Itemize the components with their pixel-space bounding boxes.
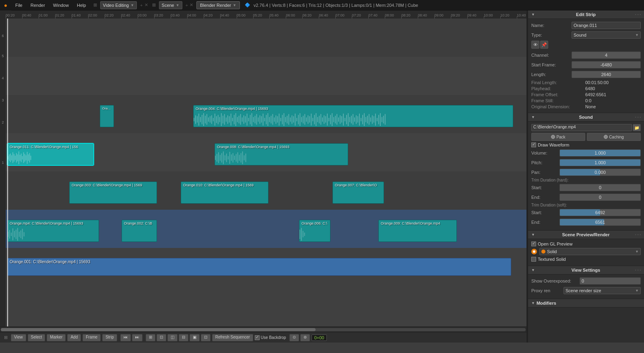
svg-rect-113 [343, 114, 344, 126]
add-btn[interactable]: Add [67, 334, 81, 341]
clip-orange-008[interactable]: Orange.008: C:\Blender\Orange.mp4 | 1569… [215, 143, 348, 165]
length-slider[interactable]: 2640 [572, 71, 641, 78]
original-dimension-label: Original Dimension: [531, 104, 584, 109]
volume-slider[interactable]: 1.000 [559, 149, 641, 157]
svg-rect-26 [203, 113, 204, 126]
view-btn-1[interactable]: ⊞ [146, 334, 155, 341]
trim-soft-end-row: End: 6561 [531, 218, 641, 226]
draw-waveform-checkbox[interactable] [531, 142, 536, 147]
svg-rect-143 [220, 155, 221, 161]
use-backdrop-check[interactable]: Use Backdrop [255, 335, 286, 340]
opengl-checkbox[interactable] [531, 242, 536, 246]
show-overexposed-slider[interactable]: 0 [580, 277, 641, 285]
render-selector[interactable]: Blender Render ▼ [196, 1, 240, 9]
menu-help[interactable]: Help [73, 0, 90, 10]
strip-btn[interactable]: Strip [102, 334, 117, 341]
view-btn-6[interactable]: ⊡ [201, 334, 211, 341]
solid-dot [541, 250, 545, 254]
clip-orange-002[interactable]: Orange.002: C:\B [122, 220, 157, 242]
start-frame-slider[interactable]: -6480 [572, 61, 641, 68]
clip-orange-007[interactable]: Orange.007: C:\Blender\O [332, 182, 384, 204]
use-backdrop-checkbox[interactable] [255, 335, 260, 340]
svg-rect-156 [241, 153, 242, 162]
frame-btn[interactable]: Frame [83, 334, 101, 341]
menu-render[interactable]: Render [27, 0, 49, 10]
h-scrollbar-thumb[interactable] [1, 328, 316, 331]
svg-rect-136 [380, 113, 381, 126]
pin-icon-btn[interactable]: 📌 [540, 41, 548, 49]
menu-window[interactable]: Window [49, 0, 73, 10]
clip-orange-009[interactable]: Orange.009: C:\Blender\Orange.mp4 [378, 220, 457, 242]
svg-rect-122 [357, 116, 358, 123]
proxy-selector[interactable]: Scene render size ▼ [564, 287, 641, 294]
clip-orange-001[interactable]: Orange.001: C:\Blender\Orange.mp4 | 1569… [7, 258, 511, 276]
menu-file[interactable]: File [11, 0, 27, 10]
refresh-sequencer-btn[interactable]: Refresh Sequencer [212, 334, 253, 341]
pack-btn[interactable]: Pack [531, 133, 585, 141]
trim-hard-end-slider[interactable]: 0 [559, 194, 641, 201]
pan-slider[interactable]: 0.000 [559, 169, 641, 176]
h-scrollbar[interactable] [0, 326, 526, 332]
marker-btn[interactable]: Marker [47, 334, 66, 341]
svg-rect-39 [224, 114, 225, 124]
svg-rect-96 [316, 113, 316, 126]
textured-solid-checkbox[interactable] [531, 257, 536, 262]
caching-btn[interactable]: Caching [587, 133, 641, 141]
sound-header[interactable]: Sound · · · [528, 113, 644, 122]
channel-slider[interactable]: 4 [572, 52, 641, 59]
clip-orange-003[interactable]: Orange.003: C:\Blender\Orange.mp4 | 1569 [69, 182, 157, 204]
view-btn-4[interactable]: ⊟ [179, 334, 188, 341]
clip-orange-010[interactable]: Orange.010: C:\Blender\Orange.mp4 | 1569 [181, 182, 268, 204]
workspace-selector[interactable]: Video Editing ▼ [100, 1, 137, 9]
playhead-label: Playhead: [531, 86, 584, 91]
clip-orange-mp4[interactable]: Orange.mp4: C:\Blender\Orange.mp4 | 1569… [7, 220, 99, 242]
solid-radio[interactable] [531, 249, 537, 254]
clip-orange-006[interactable]: Orange.006: C:\ [299, 220, 330, 242]
pack-cache-row: Pack Caching [531, 133, 641, 141]
preview-btn-2[interactable]: ⊚ [300, 334, 310, 341]
trim-soft-start-slider[interactable]: 6492 [559, 209, 641, 216]
playback-btn-2[interactable]: ⏭ [132, 334, 142, 341]
scene-selector[interactable]: Scene ▼ [159, 1, 182, 9]
svg-rect-77 [285, 117, 286, 122]
type-selector[interactable]: Sound ▼ [572, 31, 641, 39]
preview-btn-1[interactable]: ⊙ [289, 334, 299, 341]
trim-hard-start-slider[interactable]: 0 [559, 184, 641, 191]
playback-btn-1[interactable]: ⏮ [120, 334, 131, 341]
top-menu[interactable]: File Render Window Help [11, 0, 90, 10]
filepath-browse-btn[interactable]: 📁 [633, 124, 641, 131]
modifiers-header[interactable]: Modifiers [528, 299, 644, 307]
view-btn-5[interactable]: ▣ [190, 334, 200, 341]
ruler-mark-29: 10:00 [484, 13, 493, 17]
svg-rect-63 [263, 114, 264, 126]
svg-rect-36 [219, 117, 220, 122]
ruler-mark-19: 06:40 [319, 13, 328, 17]
clip-orange-plain[interactable]: Orange. [100, 105, 114, 127]
svg-rect-10 [20, 155, 21, 161]
show-overexposed-label: Show Overexposed: [531, 279, 580, 283]
clip-orange-004[interactable]: Orange.004: C:\Blender\Orange.mp4 | 1569… [193, 105, 513, 127]
solid-selector[interactable]: Solid ▼ [539, 248, 641, 255]
svg-rect-164 [14, 231, 15, 237]
svg-rect-140 [215, 156, 216, 160]
view-btn-3[interactable]: ◫ [167, 334, 178, 341]
clip-orange-011[interactable]: Orange.011: C:\Blender\Orange.mp4 | 156 [7, 143, 94, 165]
filepath-input[interactable]: C:\Blender\Orange.mp4 [531, 124, 632, 131]
name-input[interactable]: Orange.011 [572, 22, 641, 29]
scene-preview-header[interactable]: Scene Preview/Render · · · [528, 231, 644, 239]
edit-strip-header[interactable]: Edit Strip · · · [528, 10, 644, 19]
eye-icon-btn[interactable]: 👁 [531, 41, 539, 49]
track-backgrounds [6, 19, 526, 326]
svg-rect-159 [246, 153, 246, 162]
trim-soft-end-slider[interactable]: 6561 [559, 219, 641, 226]
view-btn[interactable]: View [11, 334, 26, 341]
svg-rect-101 [324, 115, 324, 124]
h-scrollbar-track[interactable] [1, 328, 526, 331]
svg-rect-14 [25, 154, 25, 161]
view-settings-header[interactable]: View Settings · · · [528, 266, 644, 275]
view-btn-2[interactable]: ⊡ [157, 334, 166, 341]
svg-rect-59 [256, 114, 257, 124]
svg-rect-58 [255, 116, 256, 123]
select-btn[interactable]: Select [28, 334, 45, 341]
pitch-slider[interactable]: 1.000 [559, 159, 641, 166]
